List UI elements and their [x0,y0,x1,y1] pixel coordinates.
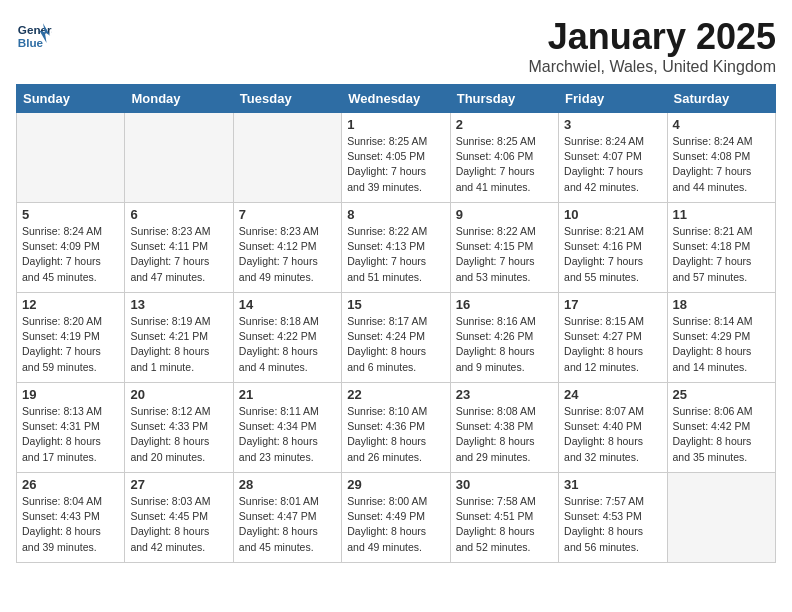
day-number: 7 [239,207,336,222]
day-number: 24 [564,387,661,402]
calendar-cell: 21Sunrise: 8:11 AM Sunset: 4:34 PM Dayli… [233,383,341,473]
calendar-cell: 12Sunrise: 8:20 AM Sunset: 4:19 PM Dayli… [17,293,125,383]
day-number: 15 [347,297,444,312]
logo: General Blue [16,16,56,52]
day-info: Sunrise: 8:25 AM Sunset: 4:05 PM Dayligh… [347,134,444,195]
day-info: Sunrise: 8:23 AM Sunset: 4:11 PM Dayligh… [130,224,227,285]
calendar-cell: 25Sunrise: 8:06 AM Sunset: 4:42 PM Dayli… [667,383,775,473]
day-info: Sunrise: 8:10 AM Sunset: 4:36 PM Dayligh… [347,404,444,465]
day-info: Sunrise: 8:22 AM Sunset: 4:15 PM Dayligh… [456,224,553,285]
day-number: 20 [130,387,227,402]
day-number: 27 [130,477,227,492]
calendar-cell: 26Sunrise: 8:04 AM Sunset: 4:43 PM Dayli… [17,473,125,563]
day-info: Sunrise: 8:18 AM Sunset: 4:22 PM Dayligh… [239,314,336,375]
calendar-cell [233,113,341,203]
day-number: 1 [347,117,444,132]
month-title: January 2025 [529,16,777,58]
day-number: 31 [564,477,661,492]
weekday-header-sunday: Sunday [17,85,125,113]
calendar-header: SundayMondayTuesdayWednesdayThursdayFrid… [17,85,776,113]
location: Marchwiel, Wales, United Kingdom [529,58,777,76]
weekday-header-saturday: Saturday [667,85,775,113]
day-info: Sunrise: 8:16 AM Sunset: 4:26 PM Dayligh… [456,314,553,375]
day-number: 10 [564,207,661,222]
calendar-cell: 9Sunrise: 8:22 AM Sunset: 4:15 PM Daylig… [450,203,558,293]
weekday-header-thursday: Thursday [450,85,558,113]
day-info: Sunrise: 8:21 AM Sunset: 4:18 PM Dayligh… [673,224,770,285]
calendar-cell: 24Sunrise: 8:07 AM Sunset: 4:40 PM Dayli… [559,383,667,473]
title-block: January 2025 Marchwiel, Wales, United Ki… [529,16,777,76]
day-info: Sunrise: 8:07 AM Sunset: 4:40 PM Dayligh… [564,404,661,465]
calendar-cell: 4Sunrise: 8:24 AM Sunset: 4:08 PM Daylig… [667,113,775,203]
calendar-week-5: 26Sunrise: 8:04 AM Sunset: 4:43 PM Dayli… [17,473,776,563]
calendar-cell [667,473,775,563]
weekday-header-wednesday: Wednesday [342,85,450,113]
day-number: 2 [456,117,553,132]
day-info: Sunrise: 8:11 AM Sunset: 4:34 PM Dayligh… [239,404,336,465]
weekday-header-monday: Monday [125,85,233,113]
calendar-cell: 30Sunrise: 7:58 AM Sunset: 4:51 PM Dayli… [450,473,558,563]
day-number: 12 [22,297,119,312]
day-info: Sunrise: 8:24 AM Sunset: 4:09 PM Dayligh… [22,224,119,285]
logo-icon: General Blue [16,16,52,52]
day-info: Sunrise: 8:12 AM Sunset: 4:33 PM Dayligh… [130,404,227,465]
calendar-cell: 23Sunrise: 8:08 AM Sunset: 4:38 PM Dayli… [450,383,558,473]
day-number: 18 [673,297,770,312]
day-info: Sunrise: 8:22 AM Sunset: 4:13 PM Dayligh… [347,224,444,285]
calendar-cell: 7Sunrise: 8:23 AM Sunset: 4:12 PM Daylig… [233,203,341,293]
day-number: 19 [22,387,119,402]
day-info: Sunrise: 8:03 AM Sunset: 4:45 PM Dayligh… [130,494,227,555]
day-number: 17 [564,297,661,312]
calendar-cell: 8Sunrise: 8:22 AM Sunset: 4:13 PM Daylig… [342,203,450,293]
calendar-cell: 16Sunrise: 8:16 AM Sunset: 4:26 PM Dayli… [450,293,558,383]
calendar-cell: 18Sunrise: 8:14 AM Sunset: 4:29 PM Dayli… [667,293,775,383]
day-number: 21 [239,387,336,402]
calendar-week-2: 5Sunrise: 8:24 AM Sunset: 4:09 PM Daylig… [17,203,776,293]
svg-text:General: General [18,23,52,36]
day-info: Sunrise: 8:19 AM Sunset: 4:21 PM Dayligh… [130,314,227,375]
day-number: 4 [673,117,770,132]
day-info: Sunrise: 8:24 AM Sunset: 4:08 PM Dayligh… [673,134,770,195]
weekday-header-friday: Friday [559,85,667,113]
calendar-cell: 19Sunrise: 8:13 AM Sunset: 4:31 PM Dayli… [17,383,125,473]
calendar-cell: 2Sunrise: 8:25 AM Sunset: 4:06 PM Daylig… [450,113,558,203]
day-number: 26 [22,477,119,492]
calendar-cell: 29Sunrise: 8:00 AM Sunset: 4:49 PM Dayli… [342,473,450,563]
day-number: 9 [456,207,553,222]
day-info: Sunrise: 7:57 AM Sunset: 4:53 PM Dayligh… [564,494,661,555]
calendar-cell: 13Sunrise: 8:19 AM Sunset: 4:21 PM Dayli… [125,293,233,383]
day-info: Sunrise: 8:23 AM Sunset: 4:12 PM Dayligh… [239,224,336,285]
day-number: 3 [564,117,661,132]
day-info: Sunrise: 8:04 AM Sunset: 4:43 PM Dayligh… [22,494,119,555]
calendar-cell: 5Sunrise: 8:24 AM Sunset: 4:09 PM Daylig… [17,203,125,293]
calendar-cell [17,113,125,203]
day-number: 29 [347,477,444,492]
day-number: 5 [22,207,119,222]
day-number: 6 [130,207,227,222]
day-info: Sunrise: 8:25 AM Sunset: 4:06 PM Dayligh… [456,134,553,195]
calendar-cell: 28Sunrise: 8:01 AM Sunset: 4:47 PM Dayli… [233,473,341,563]
day-number: 13 [130,297,227,312]
calendar-table: SundayMondayTuesdayWednesdayThursdayFrid… [16,84,776,563]
calendar-cell: 31Sunrise: 7:57 AM Sunset: 4:53 PM Dayli… [559,473,667,563]
day-info: Sunrise: 8:08 AM Sunset: 4:38 PM Dayligh… [456,404,553,465]
day-info: Sunrise: 8:15 AM Sunset: 4:27 PM Dayligh… [564,314,661,375]
day-number: 30 [456,477,553,492]
day-info: Sunrise: 8:01 AM Sunset: 4:47 PM Dayligh… [239,494,336,555]
day-number: 25 [673,387,770,402]
svg-text:Blue: Blue [18,36,44,49]
page-header: General Blue January 2025 Marchwiel, Wal… [16,16,776,76]
day-info: Sunrise: 8:00 AM Sunset: 4:49 PM Dayligh… [347,494,444,555]
calendar-cell: 10Sunrise: 8:21 AM Sunset: 4:16 PM Dayli… [559,203,667,293]
weekday-header-tuesday: Tuesday [233,85,341,113]
day-info: Sunrise: 7:58 AM Sunset: 4:51 PM Dayligh… [456,494,553,555]
calendar-cell: 6Sunrise: 8:23 AM Sunset: 4:11 PM Daylig… [125,203,233,293]
calendar-cell [125,113,233,203]
calendar-cell: 27Sunrise: 8:03 AM Sunset: 4:45 PM Dayli… [125,473,233,563]
calendar-cell: 22Sunrise: 8:10 AM Sunset: 4:36 PM Dayli… [342,383,450,473]
calendar-week-4: 19Sunrise: 8:13 AM Sunset: 4:31 PM Dayli… [17,383,776,473]
day-info: Sunrise: 8:17 AM Sunset: 4:24 PM Dayligh… [347,314,444,375]
day-info: Sunrise: 8:14 AM Sunset: 4:29 PM Dayligh… [673,314,770,375]
day-number: 14 [239,297,336,312]
calendar-cell: 14Sunrise: 8:18 AM Sunset: 4:22 PM Dayli… [233,293,341,383]
